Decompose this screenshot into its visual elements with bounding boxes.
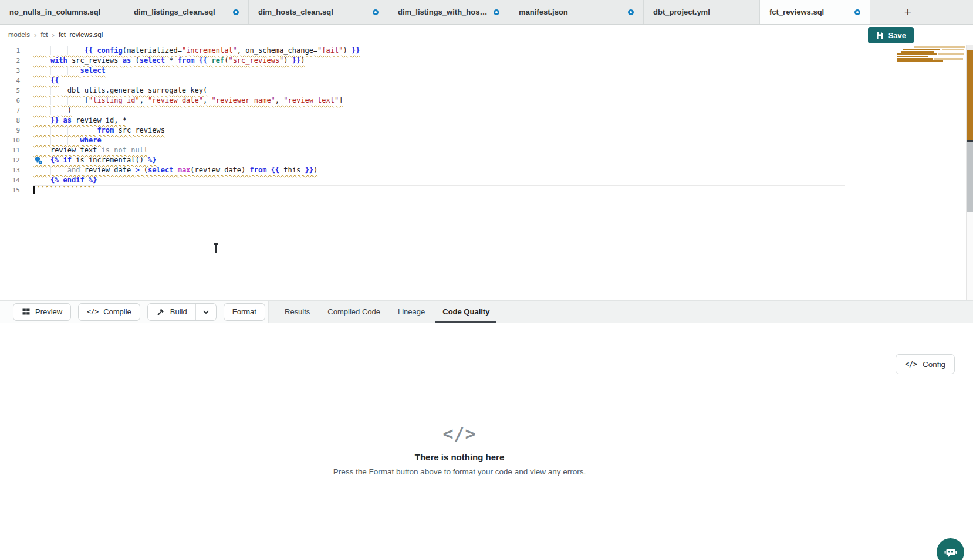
build-label: Build xyxy=(170,307,187,316)
code-line[interactable]: 6 ["listing_id", "review_date", "reviewe… xyxy=(0,96,973,106)
build-button[interactable]: Build xyxy=(148,304,195,320)
code-brackets-icon: </> xyxy=(87,308,99,315)
code-line[interactable]: 4 {{ xyxy=(0,76,973,86)
compile-button[interactable]: </> Compile xyxy=(78,303,140,321)
file-tab[interactable]: dbt_project.yml xyxy=(644,0,760,24)
file-tab[interactable]: no_nulls_in_columns.sql xyxy=(0,0,124,24)
code-line[interactable]: 15 xyxy=(0,185,973,195)
file-tab[interactable]: fct_reviews.sql xyxy=(760,0,870,24)
line-number: 10 xyxy=(0,135,20,145)
minimap-row xyxy=(897,46,965,48)
minimap-row xyxy=(897,53,965,55)
file-tab-label: manifest.json xyxy=(519,8,568,16)
text-caret xyxy=(33,186,35,194)
code-editor[interactable]: 1 {{ config(materialized="incremental", … xyxy=(0,45,973,300)
code-line-text: with src_reviews as (select * from {{ re… xyxy=(33,56,305,66)
minimap-mark xyxy=(938,53,964,55)
minimap-mark xyxy=(934,58,963,60)
format-button[interactable]: Format xyxy=(224,303,265,321)
format-label: Format xyxy=(232,307,256,316)
code-line[interactable]: 14 {% endif %} xyxy=(0,175,973,185)
preview-label: Preview xyxy=(35,307,62,316)
empty-state: </> There is nothing here Press the Form… xyxy=(333,423,586,476)
code-line-text: }} as review_id, * xyxy=(33,116,127,125)
mouse-cursor-ibeam xyxy=(213,243,218,253)
editor-overview-ruler[interactable] xyxy=(966,45,973,300)
config-label: Config xyxy=(923,360,945,369)
ruler-segment xyxy=(967,45,973,50)
minimap-mark xyxy=(897,58,933,60)
line-number: 12 xyxy=(0,155,20,165)
minimap-row xyxy=(897,51,965,53)
editor-tab-bar: no_nulls_in_columns.sqldim_listings_clea… xyxy=(0,0,973,25)
minimap-mark xyxy=(942,49,964,50)
code-line-text: {{ config(materialized="incremental", on… xyxy=(33,46,360,56)
tab-strip: no_nulls_in_columns.sqldim_listings_clea… xyxy=(0,0,870,24)
breadcrumb-item[interactable]: fct_reviews.sql xyxy=(59,31,103,38)
save-label: Save xyxy=(888,31,906,40)
minimap-row xyxy=(897,60,965,62)
panel-tab-code-quality[interactable]: Code Quality xyxy=(434,301,498,323)
breadcrumb-item[interactable]: fct xyxy=(40,31,48,38)
code-line-text: from src_reviews xyxy=(33,125,165,135)
ruler-segment xyxy=(967,212,973,300)
code-line[interactable]: 12 {% if is_incremental() %} xyxy=(0,155,973,165)
file-tab-label: fct_reviews.sql xyxy=(769,8,824,16)
unsaved-changes-dot xyxy=(854,9,860,15)
panel-tab-lineage[interactable]: Lineage xyxy=(389,301,434,323)
line-number: 6 xyxy=(0,96,20,106)
new-tab-button[interactable]: + xyxy=(901,5,915,19)
save-icon xyxy=(876,31,884,39)
save-button[interactable]: Save xyxy=(868,27,914,43)
panel-tab-results[interactable]: Results xyxy=(276,301,319,323)
file-tab[interactable]: manifest.json xyxy=(509,0,644,24)
code-brackets-icon: </> xyxy=(333,423,586,444)
line-number: 1 xyxy=(0,46,20,56)
line-number: 13 xyxy=(0,165,20,175)
code-line[interactable]: 1 {{ config(materialized="incremental", … xyxy=(0,46,973,56)
code-line[interactable]: 5 dbt_utils.generate_surrogate_key( xyxy=(0,86,973,96)
file-tab[interactable]: dim_hosts_clean.sql xyxy=(249,0,388,24)
code-lines[interactable]: 1 {{ config(materialized="incremental", … xyxy=(0,46,973,195)
code-quality-panel: </> Config </> There is nothing here Pre… xyxy=(0,323,973,560)
minimap-row xyxy=(897,58,965,60)
breadcrumb: models›fct›fct_reviews.sql xyxy=(0,25,973,45)
config-button[interactable]: </> Config xyxy=(896,354,955,374)
robot-chat-icon xyxy=(942,544,960,560)
code-line-text: {% endif %} xyxy=(33,175,97,185)
code-line[interactable]: 9 from src_reviews xyxy=(0,125,973,135)
line-number: 8 xyxy=(0,116,20,125)
code-line-text: {% if is_incremental() %} xyxy=(33,155,157,165)
build-dropdown-button[interactable] xyxy=(195,304,216,320)
unsaved-changes-dot xyxy=(373,9,379,15)
code-line[interactable]: 2 with src_reviews as (select * from {{ … xyxy=(0,56,973,66)
line-number: 11 xyxy=(0,145,20,155)
lightbulb-code-action-icon[interactable] xyxy=(34,156,43,165)
code-line[interactable]: 3 select xyxy=(0,66,973,76)
code-line-text: ["listing_id", "review_date", "reviewer_… xyxy=(33,96,343,106)
empty-state-description: Press the Format button above to format … xyxy=(333,467,586,476)
compile-label: Compile xyxy=(103,307,131,316)
minimap-mark xyxy=(901,51,934,53)
file-tab[interactable]: dim_listings_with_hosts.sql xyxy=(388,0,509,24)
scrollbar-thumb[interactable] xyxy=(967,142,973,212)
line-number: 7 xyxy=(0,106,20,116)
file-tab-label: no_nulls_in_columns.sql xyxy=(9,8,100,16)
code-line[interactable]: 10 where xyxy=(0,135,973,145)
chevron-right-icon: › xyxy=(34,31,36,39)
code-line[interactable]: 7 ) xyxy=(0,106,973,116)
line-number: 14 xyxy=(0,175,20,185)
code-line[interactable]: 11 review_text is not null xyxy=(0,145,973,155)
unsaved-changes-dot xyxy=(628,9,634,15)
code-brackets-icon: </> xyxy=(905,360,917,368)
code-line[interactable]: 13 and review_date > (select max(review_… xyxy=(0,165,973,175)
minimap-mark xyxy=(903,49,940,50)
build-split-button: Build xyxy=(147,303,217,321)
code-line[interactable]: 8 }} as review_id, * xyxy=(0,116,973,125)
panel-tab-compiled-code[interactable]: Compiled Code xyxy=(319,301,389,323)
breadcrumb-item[interactable]: models xyxy=(8,31,30,38)
editor-minimap[interactable] xyxy=(897,46,965,66)
preview-button[interactable]: Preview xyxy=(13,303,71,321)
file-tab[interactable]: dim_listings_clean.sql xyxy=(124,0,249,24)
minimap-mark xyxy=(914,46,965,48)
